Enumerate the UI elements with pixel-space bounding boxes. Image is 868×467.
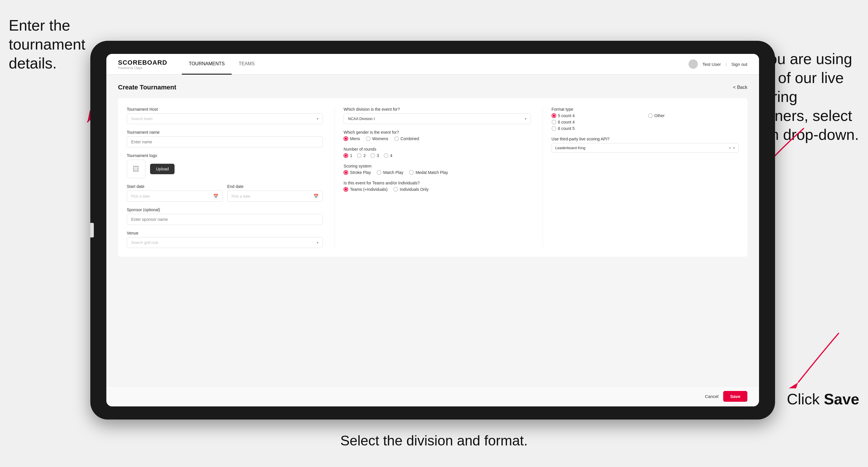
format-5count4[interactable]: 5 count 4 bbox=[552, 113, 642, 118]
image-icon: 🖼 bbox=[132, 165, 140, 173]
format-type-grid: 5 count 4 Other 6 count 4 bbox=[552, 113, 739, 131]
format-6count4-radio[interactable] bbox=[552, 120, 556, 124]
venue-dropdown-arrow: ▾ bbox=[317, 241, 318, 245]
tablet-frame: SCOREBOARD Powered by Clippit TOURNAMENT… bbox=[90, 41, 775, 419]
venue-placeholder: Search golf club bbox=[131, 240, 158, 245]
end-date-placeholder: Pick a date bbox=[231, 194, 250, 198]
gender-mens-radio[interactable] bbox=[344, 136, 348, 141]
live-scoring-field: Use third-party live scoring API? Leader… bbox=[552, 137, 739, 153]
rounds-field: Number of rounds 1 2 bbox=[344, 147, 531, 158]
format-5count4-radio[interactable] bbox=[552, 113, 556, 118]
gender-field: Which gender is the event for? Mens Wome… bbox=[344, 130, 531, 141]
nav-tab-tournaments[interactable]: TOURNAMENTS bbox=[182, 54, 231, 74]
end-date-input[interactable]: Pick a date 📅 bbox=[227, 190, 323, 201]
live-scoring-select[interactable]: Leaderboard King ✕ ▾ bbox=[552, 143, 739, 153]
gender-mens[interactable]: Mens bbox=[344, 136, 360, 141]
tournament-name-label: Tournament name bbox=[127, 130, 323, 134]
calendar-icon: 📅 bbox=[213, 194, 218, 198]
nav-tabs: TOURNAMENTS TEAMS bbox=[182, 54, 262, 74]
scoring-match[interactable]: Match Play bbox=[377, 170, 403, 175]
round-1-radio[interactable] bbox=[344, 153, 348, 158]
end-date-label: End date bbox=[227, 184, 323, 189]
teams-options: Teams (+Individuals) Individuals Only bbox=[344, 187, 531, 192]
gender-womens-radio[interactable] bbox=[366, 136, 371, 141]
format-other-radio[interactable] bbox=[648, 113, 653, 118]
top-nav: SCOREBOARD Powered by Clippit TOURNAMENT… bbox=[106, 54, 759, 75]
gender-combined[interactable]: Combined bbox=[394, 136, 419, 141]
live-scoring-tag: Leaderboard King bbox=[555, 146, 585, 150]
format-type-field: Format type 5 count 4 Other bbox=[552, 107, 739, 131]
scoring-match-radio[interactable] bbox=[377, 170, 381, 175]
tournament-logo-field: Tournament logo 🖼 Upload bbox=[127, 153, 323, 178]
gender-options: Mens Womens Combined bbox=[344, 136, 531, 141]
form-col1: Tournament Host Search team ▾ Tournament… bbox=[127, 107, 323, 248]
scoring-medal-match[interactable]: Medal Match Play bbox=[409, 170, 448, 175]
annotation-top-left: Enter the tournament details. bbox=[9, 16, 90, 73]
individuals-radio[interactable] bbox=[393, 187, 398, 192]
division-value: NCAA Division I bbox=[348, 117, 375, 121]
form-col2: Which division is the event for? NCAA Di… bbox=[335, 107, 531, 248]
logo-placeholder: 🖼 bbox=[127, 160, 145, 178]
scoring-stroke-radio[interactable] bbox=[344, 170, 348, 175]
live-scoring-clear[interactable]: ✕ bbox=[728, 146, 731, 150]
page-header: Create Tournament < Back bbox=[118, 84, 747, 91]
save-button[interactable]: Save bbox=[723, 391, 747, 402]
sign-out-link[interactable]: Sign out bbox=[731, 62, 747, 67]
avatar bbox=[688, 59, 698, 69]
round-4[interactable]: 4 bbox=[384, 153, 393, 158]
division-select[interactable]: NCAA Division I ▾ bbox=[344, 113, 531, 124]
form-col3: Format type 5 count 4 Other bbox=[542, 107, 739, 248]
end-date-field: End date Pick a date 📅 bbox=[227, 184, 323, 201]
annotation-bottom-right: Click Save bbox=[787, 390, 859, 409]
division-field: Which division is the event for? NCAA Di… bbox=[344, 107, 531, 124]
venue-input[interactable]: Search golf club ▾ bbox=[127, 237, 323, 248]
upload-button[interactable]: Upload bbox=[150, 164, 175, 174]
start-date-input[interactable]: Pick a date 📅 bbox=[127, 190, 223, 201]
date-row: Start date Pick a date 📅 End date Pick a… bbox=[127, 184, 323, 201]
teams-radio[interactable] bbox=[344, 187, 348, 192]
teams-plus-individuals[interactable]: Teams (+Individuals) bbox=[344, 187, 388, 192]
start-date-field: Start date Pick a date 📅 bbox=[127, 184, 223, 201]
calendar-icon-end: 📅 bbox=[313, 194, 318, 198]
start-date-placeholder: Pick a date bbox=[131, 194, 150, 198]
sponsor-input[interactable] bbox=[127, 214, 323, 225]
round-3[interactable]: 3 bbox=[370, 153, 379, 158]
nav-tab-teams[interactable]: TEAMS bbox=[231, 54, 262, 74]
page-title: Create Tournament bbox=[118, 84, 176, 91]
tournament-host-label: Tournament Host bbox=[127, 107, 323, 112]
main-content: Create Tournament < Back Tournament Host… bbox=[106, 75, 759, 386]
round-4-radio[interactable] bbox=[384, 153, 389, 158]
format-type-label: Format type bbox=[552, 107, 739, 112]
tournament-name-input[interactable] bbox=[127, 136, 323, 148]
annotation-bottom-center: Select the division and format. bbox=[340, 432, 528, 449]
tournament-name-field: Tournament name bbox=[127, 130, 323, 148]
division-label: Which division is the event for? bbox=[344, 107, 531, 112]
scoring-medal-match-radio[interactable] bbox=[409, 170, 414, 175]
tournament-host-input[interactable]: Search team ▾ bbox=[127, 113, 323, 124]
scoring-label: Scoring system bbox=[344, 164, 531, 168]
round-1[interactable]: 1 bbox=[344, 153, 352, 158]
gender-womens[interactable]: Womens bbox=[366, 136, 389, 141]
dropdown-arrow: ▾ bbox=[317, 117, 318, 121]
format-other[interactable]: Other bbox=[648, 113, 739, 118]
cancel-button[interactable]: Cancel bbox=[705, 394, 718, 399]
format-6count5[interactable]: 6 count 5 bbox=[552, 126, 642, 131]
rounds-options: 1 2 3 4 bbox=[344, 153, 531, 158]
sidebar-tab[interactable] bbox=[90, 223, 94, 238]
sponsor-label: Sponsor (optional) bbox=[127, 208, 323, 212]
scoring-options: Stroke Play Match Play Medal Match Play bbox=[344, 170, 531, 175]
round-2[interactable]: 2 bbox=[357, 153, 366, 158]
round-2-radio[interactable] bbox=[357, 153, 362, 158]
round-3-radio[interactable] bbox=[370, 153, 375, 158]
format-6count5-radio[interactable] bbox=[552, 126, 556, 131]
teams-field: Is this event for Teams and/or Individua… bbox=[344, 181, 531, 192]
scoring-stroke[interactable]: Stroke Play bbox=[344, 170, 371, 175]
logo-upload-area: 🖼 Upload bbox=[127, 160, 323, 178]
form-footer: Cancel Save bbox=[106, 386, 759, 406]
individuals-only[interactable]: Individuals Only bbox=[393, 187, 429, 192]
live-scoring-arrow: ▾ bbox=[733, 146, 735, 150]
gender-combined-radio[interactable] bbox=[394, 136, 399, 141]
live-scoring-label: Use third-party live scoring API? bbox=[552, 137, 739, 141]
back-link[interactable]: < Back bbox=[733, 85, 747, 90]
format-6count4[interactable]: 6 count 4 bbox=[552, 120, 642, 124]
